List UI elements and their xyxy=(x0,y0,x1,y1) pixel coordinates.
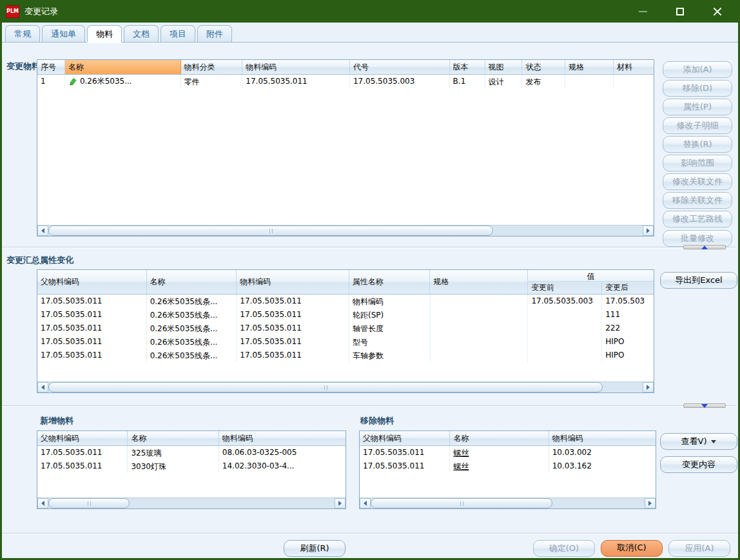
tab-notice[interactable]: 通知单 xyxy=(42,25,85,42)
view-button-label: 查看V) xyxy=(681,436,707,446)
tab-attachment[interactable]: 附件 xyxy=(197,25,232,42)
table-row[interactable]: 17.05.5035.011 0.26米5035线条... 17.05.5035… xyxy=(37,322,654,335)
add-button[interactable]: 添加(A) xyxy=(663,61,732,78)
scrollbar-track[interactable] xyxy=(371,498,645,508)
table-row[interactable]: 17.05.5035.011 0.26米5035线条... 17.05.5035… xyxy=(37,349,654,362)
column-header[interactable]: 状态 xyxy=(522,60,565,74)
table-row[interactable]: 17.05.5035.011 0.26米5035线条... 17.05.5035… xyxy=(37,335,654,349)
column-header[interactable]: 材料 xyxy=(614,60,654,74)
scroll-left-button[interactable] xyxy=(37,226,48,236)
column-header-highlighted[interactable]: 名称 xyxy=(65,60,181,74)
scrollbar-track[interactable] xyxy=(48,382,643,392)
column-header[interactable]: 物料编码 xyxy=(242,60,350,74)
apply-button[interactable]: 应用(A) xyxy=(668,540,730,557)
cell: 10.03.162 xyxy=(549,459,656,473)
tab-general[interactable]: 常规 xyxy=(5,25,40,42)
table-row[interactable]: 17.05.5035.011 3030灯珠 14.02.3030-03-4... xyxy=(37,459,346,473)
column-header[interactable]: 代号 xyxy=(350,60,450,74)
properties-button[interactable]: 属性(P) xyxy=(663,99,732,115)
edit-sub-detail-button[interactable]: 修改子明细 xyxy=(663,117,732,134)
view-dropdown-button[interactable]: 查看V) xyxy=(660,433,737,450)
minimize-button[interactable] xyxy=(624,0,661,23)
column-header[interactable]: 物料编码 xyxy=(219,431,346,445)
remove-button[interactable]: 移除(D) xyxy=(663,80,732,97)
cell-seq: 1 xyxy=(37,75,65,88)
table-row[interactable]: 1 0.26米5035... 零件 17.05.5035.011 17.05.5… xyxy=(37,75,654,88)
cell xyxy=(528,349,602,362)
change-content-button[interactable]: 变更内容 xyxy=(660,456,737,473)
column-header[interactable]: 规格 xyxy=(430,270,528,294)
tab-document[interactable]: 文档 xyxy=(124,25,159,42)
column-header[interactable]: 物料编码 xyxy=(237,270,349,294)
collapse-up-icon xyxy=(701,246,708,249)
column-header-before[interactable]: 变更前 xyxy=(528,282,602,293)
scrollbar-thumb[interactable] xyxy=(371,498,552,508)
column-header[interactable]: 名称 xyxy=(147,270,237,294)
close-button[interactable] xyxy=(699,0,736,23)
table-row[interactable]: 17.05.5035.011 325玻璃 08.06.03-0325-005 xyxy=(37,446,346,459)
replace-button[interactable]: 替换(R) xyxy=(663,136,732,153)
scroll-left-button[interactable] xyxy=(360,498,371,508)
scrollbar-thumb[interactable] xyxy=(48,382,603,392)
edit-linked-files-button[interactable]: 修改关联文件 xyxy=(663,173,732,190)
remove-linked-files-button[interactable]: 移除关联文件 xyxy=(663,192,732,209)
section-label-change-summary: 变更汇总 xyxy=(6,255,40,266)
column-header[interactable]: 规格 xyxy=(565,60,614,74)
cell xyxy=(528,335,602,349)
cell: 17.05.5035.011 xyxy=(237,308,349,322)
cell-spec xyxy=(565,75,614,88)
column-header[interactable]: 版本 xyxy=(450,60,485,74)
table-row[interactable]: 17.05.5035.011 0.26米5035线条... 17.05.5035… xyxy=(37,294,654,308)
close-icon xyxy=(713,7,722,16)
scrollbar-track[interactable] xyxy=(48,226,643,236)
column-header[interactable]: 属性名称 xyxy=(349,270,431,294)
scroll-left-button[interactable] xyxy=(37,498,48,508)
maximize-button[interactable] xyxy=(661,0,699,23)
cell-code: 17.05.5035.003 xyxy=(350,75,450,88)
ok-button[interactable]: 确定(O) xyxy=(533,540,595,557)
table-row[interactable]: 17.05.5035.011 螺丝 10.03.002 xyxy=(360,446,656,459)
column-header[interactable]: 视图 xyxy=(485,60,523,74)
cell: 17.05.5035.011 xyxy=(237,349,349,362)
section-divider xyxy=(2,405,735,407)
edit-process-route-button[interactable]: 修改工艺路线 xyxy=(663,211,732,227)
material-tab-panel: 变更物料 序号 名称 物料分类 物料编码 代号 版本 视图 状态 规格 材料 1 xyxy=(2,43,738,558)
cell: 17.05.5035.011 xyxy=(37,459,128,473)
table-row[interactable]: 17.05.5035.011 螺丝 10.03.162 xyxy=(360,459,656,473)
impact-scope-button[interactable]: 影响范围 xyxy=(663,155,732,171)
cancel-button[interactable]: 取消(C) xyxy=(601,540,663,557)
cell: 0.26米5035线条... xyxy=(147,294,237,308)
column-header-after[interactable]: 变更后 xyxy=(602,282,654,293)
column-header[interactable]: 名称 xyxy=(128,431,219,445)
cell: 0.26米5035线条... xyxy=(147,335,237,349)
scrollbar-track[interactable] xyxy=(48,498,335,508)
splitter-handle[interactable] xyxy=(683,403,726,408)
dialog-content: 常规 通知单 物料 文档 项目 附件 变更物料 序号 名称 物料分类 物料编码 … xyxy=(2,23,738,558)
column-header[interactable]: 物料编码 xyxy=(549,431,656,445)
scroll-right-button[interactable] xyxy=(335,498,346,508)
group-header-value[interactable]: 值 xyxy=(528,270,654,282)
refresh-button[interactable]: 刷新(R) xyxy=(284,540,346,557)
cell: 17.05.5035.011 xyxy=(360,459,450,473)
scroll-left-button[interactable] xyxy=(37,382,48,392)
export-to-excel-button[interactable]: 导出到Excel xyxy=(660,272,737,289)
table-row[interactable]: 17.05.5035.011 0.26米5035线条... 17.05.5035… xyxy=(37,308,654,322)
column-header[interactable]: 名称 xyxy=(450,431,549,445)
column-header[interactable]: 父物料编码 xyxy=(37,270,147,294)
column-header[interactable]: 父物料编码 xyxy=(37,431,128,445)
collapse-down-icon xyxy=(701,404,708,408)
column-header[interactable]: 父物料编码 xyxy=(360,431,450,445)
scroll-right-button[interactable] xyxy=(643,382,654,392)
scrollbar-thumb[interactable] xyxy=(48,226,493,236)
tab-material[interactable]: 物料 xyxy=(87,25,122,42)
cell: 0.26米5035线条... xyxy=(147,308,237,322)
column-header[interactable]: 物料分类 xyxy=(181,60,243,74)
cell: 17.05.5035.011 xyxy=(237,322,349,335)
scroll-right-button[interactable] xyxy=(645,498,656,508)
tab-project[interactable]: 项目 xyxy=(161,25,195,42)
column-header[interactable]: 序号 xyxy=(37,60,65,74)
scrollbar-thumb[interactable] xyxy=(48,498,130,508)
scroll-right-button[interactable] xyxy=(643,226,654,236)
section-divider xyxy=(2,247,735,248)
splitter-handle[interactable] xyxy=(683,245,726,249)
